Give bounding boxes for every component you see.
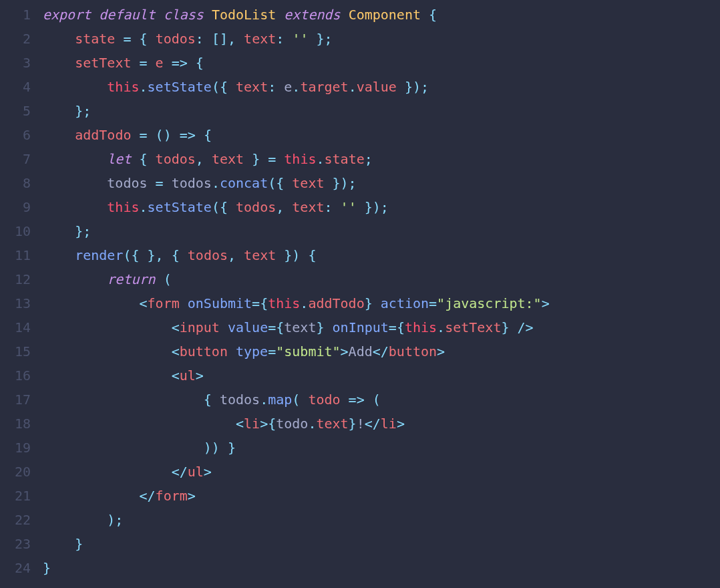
- token-kw: default: [99, 7, 155, 23]
- token-plain: [164, 247, 172, 263]
- token-op: </: [365, 416, 381, 432]
- token-prop: text: [292, 175, 324, 191]
- token-plain: [148, 55, 156, 71]
- token-op: }: [43, 560, 51, 576]
- token-op: :: [268, 79, 276, 95]
- token-op: .: [140, 79, 148, 95]
- code-line[interactable]: }: [43, 532, 550, 556]
- token-op: [],: [212, 31, 236, 47]
- code-line[interactable]: return (: [43, 267, 550, 291]
- token-op: =>: [172, 55, 188, 71]
- token-plain: [276, 7, 284, 23]
- code-line[interactable]: </ul>: [43, 460, 550, 484]
- code-line[interactable]: </form>: [43, 484, 550, 508]
- token-op: =: [268, 151, 276, 167]
- token-plain: [131, 151, 139, 167]
- code-editor[interactable]: 123456789101112131415161718192021222324 …: [0, 0, 720, 583]
- token-plain: [43, 464, 172, 480]
- token-op: <: [140, 295, 148, 311]
- token-op: ({: [123, 247, 139, 263]
- token-plain: [300, 247, 308, 263]
- token-op: .: [316, 151, 324, 167]
- token-plain: [43, 199, 107, 215]
- token-op: </: [373, 343, 389, 359]
- token-str: "submit": [276, 343, 340, 359]
- code-line[interactable]: setText = e => {: [43, 51, 550, 75]
- token-plain: [324, 175, 332, 191]
- token-fn: onInput: [333, 319, 389, 335]
- token-op: <: [172, 319, 180, 335]
- line-number: 18: [0, 412, 31, 436]
- token-prop: todo: [308, 392, 340, 408]
- code-line[interactable]: <ul>: [43, 363, 550, 388]
- code-line[interactable]: { todos.map( todo => (: [43, 388, 550, 412]
- line-number: 21: [0, 484, 31, 508]
- token-op: ={: [252, 295, 268, 311]
- token-op: {: [196, 55, 204, 71]
- code-line[interactable]: )) }: [43, 436, 550, 460]
- token-kw: export: [43, 7, 91, 23]
- code-line[interactable]: <li>{todo.text}!</li>: [43, 412, 550, 436]
- token-plain: [43, 368, 172, 384]
- token-op: )): [204, 440, 220, 456]
- token-prop: todos: [188, 247, 228, 263]
- token-op: =: [429, 295, 437, 311]
- code-line[interactable]: render({ }, { todos, text }) {: [43, 243, 550, 267]
- token-op: });: [405, 79, 429, 95]
- token-plain: [341, 392, 349, 408]
- line-number: 13: [0, 291, 31, 315]
- token-op: .: [260, 392, 268, 408]
- token-op: {: [204, 127, 212, 143]
- code-line[interactable]: <button type="submit">Add</button>: [43, 339, 550, 363]
- code-line[interactable]: addTodo = () => {: [43, 123, 550, 147]
- token-op: }: [365, 295, 373, 311]
- token-op: }: [349, 416, 357, 432]
- token-cls: TodoList: [212, 7, 276, 23]
- token-plain: [156, 7, 164, 23]
- line-number: 24: [0, 556, 31, 580]
- token-prop: text: [244, 31, 276, 47]
- code-line[interactable]: this.setState({ text: e.target.value });: [43, 75, 550, 99]
- token-plain: [43, 295, 140, 311]
- token-op: >: [196, 368, 204, 384]
- code-line[interactable]: state = { todos: [], text: '' };: [43, 27, 550, 51]
- token-prop: text: [244, 247, 276, 263]
- code-area[interactable]: export default class TodoList extends Co…: [43, 3, 550, 580]
- token-plain: [236, 31, 244, 47]
- token-op: =: [268, 343, 276, 359]
- token-prop: setText: [445, 319, 501, 335]
- token-plain: [204, 7, 212, 23]
- code-line[interactable]: todos = todos.concat({ text });: [43, 171, 550, 195]
- line-number: 9: [0, 195, 31, 219]
- token-prop: target: [300, 79, 348, 95]
- code-line[interactable]: this.setState({ todos, text: '' });: [43, 195, 550, 219]
- token-plain: [220, 319, 228, 335]
- token-op: }): [284, 247, 300, 263]
- code-line[interactable]: <form onSubmit={this.addTodo} action="ja…: [43, 291, 550, 315]
- token-plain: [421, 7, 429, 23]
- token-op: {: [308, 247, 316, 263]
- code-line[interactable]: export default class TodoList extends Co…: [43, 3, 550, 27]
- code-line[interactable]: };: [43, 99, 550, 123]
- token-op: {: [172, 247, 180, 263]
- token-str: '': [341, 199, 357, 215]
- code-line[interactable]: let { todos, text } = this.state;: [43, 147, 550, 171]
- token-plain: [43, 247, 75, 263]
- line-number: 19: [0, 436, 31, 460]
- code-line[interactable]: }: [43, 556, 550, 580]
- line-number: 1: [0, 3, 31, 27]
- token-plain: Add: [349, 343, 373, 359]
- token-op: =>: [180, 127, 196, 143]
- code-line[interactable]: };: [43, 219, 550, 243]
- token-kw: extends: [284, 7, 340, 23]
- code-line[interactable]: <input value={text} onInput={this.setTex…: [43, 315, 550, 339]
- token-plain: [172, 127, 180, 143]
- token-op: />: [518, 319, 534, 335]
- token-prop: setText: [75, 55, 131, 71]
- token-op: .: [349, 79, 357, 95]
- line-number: 8: [0, 171, 31, 195]
- line-number: 6: [0, 123, 31, 147]
- token-plain: todos: [212, 392, 260, 408]
- code-line[interactable]: );: [43, 508, 550, 532]
- token-prop: ul: [188, 464, 204, 480]
